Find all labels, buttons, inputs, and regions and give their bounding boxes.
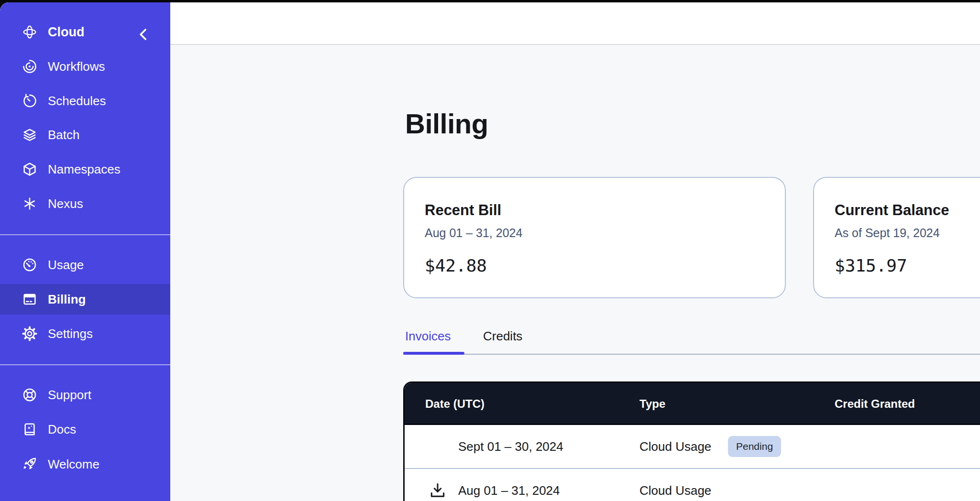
column-header-credit-granted: Credit Granted bbox=[835, 383, 915, 425]
recent-bill-period: Aug 01 – 31, 2024 bbox=[425, 226, 764, 240]
sidebar-item-batch[interactable]: Batch bbox=[0, 120, 170, 150]
sidebar-item-settings[interactable]: Settings bbox=[0, 318, 170, 349]
sidebar-item-welcome[interactable]: Welcome bbox=[0, 449, 170, 479]
batch-layers-icon bbox=[22, 127, 37, 142]
sidebar-item-label: Billing bbox=[48, 292, 86, 307]
invoice-date: Aug 01 – 31, 2024 bbox=[458, 469, 560, 501]
download-invoice-icon[interactable] bbox=[429, 481, 447, 500]
table-header-row: Date (UTC) Type Credit Granted bbox=[405, 383, 980, 425]
invoice-date: Sept 01 – 30, 2024 bbox=[458, 425, 563, 468]
recent-bill-amount: $42.88 bbox=[425, 256, 764, 275]
column-header-date: Date (UTC) bbox=[425, 383, 484, 425]
sidebar-item-billing[interactable]: Billing bbox=[0, 284, 170, 315]
sidebar-brand-label: Cloud bbox=[48, 25, 84, 40]
tab-invoices[interactable]: Invoices bbox=[405, 329, 451, 344]
usage-gauge-icon bbox=[22, 257, 37, 272]
page-title: Billing bbox=[405, 108, 488, 140]
tab-credits[interactable]: Credits bbox=[483, 329, 522, 344]
column-header-type: Type bbox=[639, 383, 665, 425]
sidebar-item-docs[interactable]: Docs bbox=[0, 414, 170, 445]
nexus-asterisk-icon bbox=[22, 196, 37, 211]
invoice-type: Cloud Usage bbox=[639, 425, 711, 468]
table-row: Sept 01 – 30, 2024 Cloud Usage Pending bbox=[405, 425, 980, 468]
app-window: Cloud Workflows Schedules bbox=[0, 2, 980, 501]
sidebar-item-label: Nexus bbox=[48, 196, 83, 211]
table-row: Aug 01 – 31, 2024 Cloud Usage bbox=[405, 469, 980, 501]
docs-book-icon bbox=[22, 422, 37, 437]
active-tab-indicator bbox=[403, 352, 464, 355]
sidebar-item-label: Support bbox=[48, 388, 91, 403]
settings-gear-icon bbox=[22, 326, 37, 341]
recent-bill-card: Recent Bill Aug 01 – 31, 2024 $42.88 bbox=[403, 177, 786, 298]
current-balance-title: Current Balance bbox=[835, 202, 980, 219]
invoice-type: Cloud Usage bbox=[639, 469, 711, 501]
tabs-baseline bbox=[403, 354, 980, 355]
current-balance-card: Current Balance As of Sept 19, 2024 $315… bbox=[813, 177, 980, 298]
status-badge: Pending bbox=[728, 436, 781, 457]
sidebar-item-schedules[interactable]: Schedules bbox=[0, 86, 170, 116]
namespaces-cube-icon bbox=[22, 162, 37, 177]
sidebar-item-label: Schedules bbox=[48, 94, 106, 109]
sidebar-divider bbox=[0, 234, 170, 235]
support-lifebuoy-icon bbox=[22, 387, 37, 403]
current-balance-asof: As of Sept 19, 2024 bbox=[835, 226, 980, 240]
current-balance-amount: $315.97 bbox=[835, 256, 980, 275]
collapse-sidebar-icon[interactable] bbox=[134, 25, 153, 44]
sidebar-item-support[interactable]: Support bbox=[0, 380, 170, 410]
schedules-timer-icon bbox=[22, 93, 37, 109]
sidebar-divider bbox=[0, 364, 170, 365]
sidebar-item-label: Settings bbox=[48, 327, 93, 341]
sidebar-item-label: Workflows bbox=[48, 59, 105, 74]
sidebar-item-usage[interactable]: Usage bbox=[0, 250, 170, 280]
sidebar-item-namespaces[interactable]: Namespaces bbox=[0, 154, 170, 185]
sidebar: Cloud Workflows Schedules bbox=[0, 2, 170, 501]
sidebar-item-workflows[interactable]: Workflows bbox=[0, 51, 170, 82]
sidebar-item-label: Namespaces bbox=[48, 162, 121, 177]
welcome-rocket-icon bbox=[22, 457, 37, 472]
topbar bbox=[170, 2, 980, 45]
workflows-spiral-icon bbox=[22, 59, 37, 74]
temporal-cloud-logo bbox=[22, 24, 37, 40]
billing-card-icon bbox=[22, 292, 37, 307]
sidebar-item-nexus[interactable]: Nexus bbox=[0, 188, 170, 219]
sidebar-item-label: Docs bbox=[48, 422, 76, 437]
sidebar-item-label: Usage bbox=[48, 258, 84, 272]
sidebar-item-label: Batch bbox=[48, 128, 80, 142]
sidebar-item-label: Welcome bbox=[48, 457, 99, 472]
invoices-table: Date (UTC) Type Credit Granted Sept 01 –… bbox=[403, 381, 980, 501]
recent-bill-title: Recent Bill bbox=[425, 202, 764, 219]
